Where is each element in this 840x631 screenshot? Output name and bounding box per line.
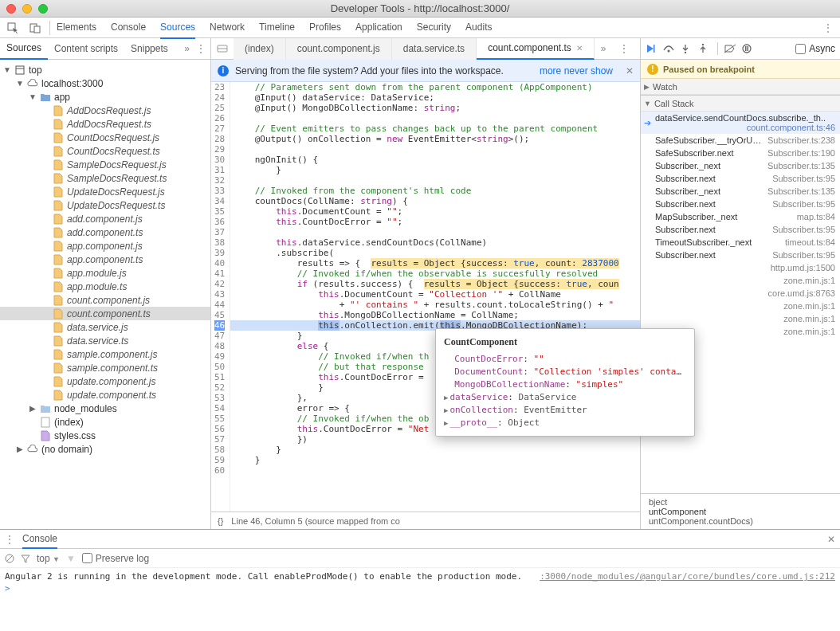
code-line[interactable]: countDocs(CollName: string) { [230, 196, 640, 206]
step-into-icon[interactable] [681, 44, 693, 53]
line-number[interactable]: 58 [214, 445, 225, 455]
code-editor[interactable]: 2324252627282930313233343536373839404142… [211, 82, 640, 511]
code-line[interactable] [230, 175, 640, 186]
stack-frame[interactable]: Subscriber._nextSubscriber.ts:135 [641, 185, 840, 198]
stack-frame[interactable]: SafeSubscriber.nextSubscriber.ts:190 [641, 147, 840, 159]
line-number[interactable]: 41 [214, 268, 225, 279]
device-mode-icon[interactable] [27, 21, 43, 35]
console-prompt[interactable]: > [5, 582, 835, 594]
stack-frame[interactable]: core.umd.js:8763 [641, 287, 840, 300]
line-number[interactable]: 49 [214, 351, 225, 362]
tree-item[interactable]: ▼top [0, 63, 210, 76]
line-number[interactable]: 57 [214, 434, 225, 445]
tree-item[interactable]: AddDocsRequest.js [0, 104, 210, 117]
line-number[interactable]: 29 [214, 144, 225, 155]
tree-item[interactable]: update.component.ts [0, 388, 210, 402]
code-line[interactable] [230, 144, 640, 155]
line-number[interactable]: 42 [214, 279, 225, 289]
code-line[interactable]: this.DocumentCount = ""; [230, 206, 640, 217]
watch-section-header[interactable]: ▶Watch [641, 79, 840, 95]
line-number[interactable]: 33 [214, 186, 225, 196]
code-line[interactable]: results => { results = Object {success: … [230, 258, 640, 268]
tree-item[interactable]: AddDocsRequest.ts [0, 117, 210, 131]
code-line[interactable]: @Input() MongoDBCollectionName: string; [230, 103, 640, 113]
tree-item[interactable]: SampleDocsRequest.js [0, 158, 210, 171]
deactivate-breakpoints-icon[interactable] [724, 44, 737, 53]
main-tab-security[interactable]: Security [417, 17, 451, 39]
clear-console-icon[interactable] [5, 554, 14, 563]
tree-item[interactable]: data.service.js [0, 320, 210, 334]
line-number[interactable]: 46 [214, 320, 225, 331]
line-number[interactable]: 40 [214, 258, 225, 268]
line-number[interactable]: 38 [214, 237, 225, 248]
code-line[interactable]: // Invoked if/when the observable is suc… [230, 268, 640, 279]
drawer-menu-icon[interactable]: ⋮ [5, 534, 14, 545]
file-tab[interactable]: count.component.ts✕ [477, 38, 595, 60]
drawer-tab-console[interactable]: Console [22, 530, 57, 549]
stack-frame[interactable]: dataService.sendCountDocs.subscribe._th.… [641, 112, 840, 134]
line-number[interactable]: 60 [214, 465, 225, 476]
stack-frame-location[interactable]: Subscriber.ts:135 [767, 186, 835, 196]
stack-frame-location[interactable]: zone.min.js:1 [783, 301, 835, 311]
code-line[interactable]: } [230, 455, 640, 465]
code-line[interactable] [230, 227, 640, 237]
stack-frame-location[interactable]: Subscriber.ts:95 [772, 225, 835, 234]
pretty-print-icon[interactable]: {} [218, 516, 223, 526]
stack-frame-location[interactable]: core.umd.js:8763 [768, 288, 835, 298]
line-number[interactable]: 51 [214, 372, 225, 382]
info-links[interactable]: more never show [540, 65, 613, 76]
main-tab-application[interactable]: Application [355, 17, 402, 39]
line-number[interactable]: 34 [214, 196, 225, 206]
line-number[interactable]: 45 [214, 310, 225, 320]
line-number[interactable]: 26 [214, 113, 225, 123]
pause-on-exceptions-icon[interactable] [742, 44, 755, 53]
stack-frame[interactable]: Subscriber.nextSubscriber.ts:95 [641, 198, 840, 210]
line-number[interactable]: 48 [214, 341, 225, 351]
stack-frame[interactable]: Subscriber._nextSubscriber.ts:135 [641, 159, 840, 172]
main-tab-sources[interactable]: Sources [160, 17, 195, 39]
async-checkbox[interactable]: Async [795, 43, 835, 54]
close-window-button[interactable] [6, 4, 16, 14]
navigator-tab-snippets[interactable]: Snippets [124, 38, 175, 59]
code-line[interactable] [230, 113, 640, 123]
code-line[interactable]: // Invoked from the component's html cod… [230, 186, 640, 196]
line-number[interactable]: 36 [214, 217, 225, 227]
stack-frame-location[interactable]: Subscriber.ts:95 [772, 174, 835, 183]
step-over-icon[interactable] [663, 44, 676, 53]
stack-frame[interactable]: zone.min.js:1 [641, 274, 840, 287]
stack-frame-location[interactable]: Subscriber.ts:95 [772, 250, 835, 260]
stack-frame-location[interactable]: zone.min.js:1 [783, 327, 835, 336]
line-number[interactable]: 50 [214, 362, 225, 372]
navigator-menu-icon[interactable]: ⋮ [196, 43, 206, 54]
twisty-icon[interactable]: ▶ [29, 404, 37, 413]
info-close-icon[interactable]: ✕ [626, 65, 634, 76]
stack-frame[interactable]: TimeoutSubscriber._nexttimeout.ts:84 [641, 236, 840, 249]
resume-icon[interactable] [646, 44, 658, 53]
code-line[interactable]: if (results.success) { results = Object … [230, 279, 640, 289]
code-line[interactable]: // Parameters sent down from the parent … [230, 82, 640, 92]
code-line[interactable]: } [230, 445, 640, 455]
inspect-element-icon[interactable] [5, 21, 21, 35]
tree-item[interactable]: ▶(no domain) [0, 442, 210, 456]
stack-frame[interactable]: Subscriber.nextSubscriber.ts:95 [641, 223, 840, 236]
stack-frame[interactable]: zone.min.js:1 [641, 300, 840, 312]
main-tab-audits[interactable]: Audits [465, 17, 492, 39]
line-number[interactable]: 27 [214, 123, 225, 134]
navigator-overflow-icon[interactable]: » [184, 43, 190, 54]
line-number[interactable]: 56 [214, 424, 225, 434]
tree-item[interactable]: sample.component.ts [0, 361, 210, 374]
file-tab[interactable]: data.service.ts [392, 38, 477, 60]
tree-item[interactable]: count.component.js [0, 293, 210, 307]
tree-item[interactable]: CountDocsRequest.js [0, 131, 210, 144]
line-number[interactable]: 31 [214, 165, 225, 175]
drawer-close-icon[interactable]: ✕ [827, 534, 835, 545]
line-number[interactable]: 39 [214, 248, 225, 258]
code-line[interactable] [230, 465, 640, 476]
tree-item[interactable]: add.component.js [0, 212, 210, 225]
step-out-icon[interactable] [698, 44, 711, 53]
preserve-log-checkbox[interactable]: Preserve log [82, 553, 149, 564]
code-line[interactable]: + "' contains " + results.count.toLocale… [230, 300, 640, 310]
navigator-tab-content-scripts[interactable]: Content scripts [48, 38, 124, 59]
tree-item[interactable]: ▶node_modules [0, 402, 210, 415]
main-tab-timeline[interactable]: Timeline [259, 17, 295, 39]
